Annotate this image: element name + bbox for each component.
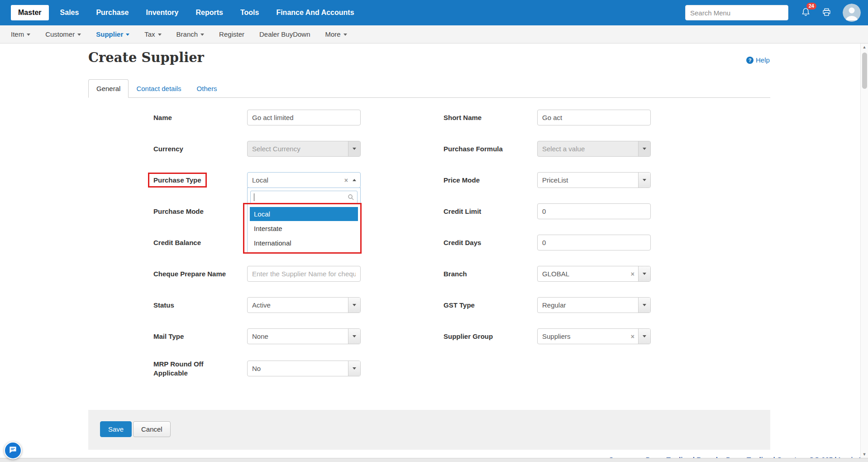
topnav-item-reports[interactable]: Reports (187, 9, 231, 17)
chevron-down-icon (638, 173, 650, 188)
mrp-round-off-label: MRP Round Off Applicable (153, 360, 228, 377)
purchase-type-options-list: Local Interstate International (248, 206, 360, 252)
chat-widget-button[interactable] (4, 442, 22, 459)
credit-limit-input[interactable] (537, 203, 651, 219)
chat-bubble-icon (9, 445, 17, 456)
form-row-mail-type: Mail Type None (153, 328, 366, 344)
credit-balance-label: Credit Balance (153, 238, 228, 247)
subnav-item-supplier[interactable]: Supplier (96, 30, 129, 38)
credit-days-input[interactable] (537, 235, 651, 250)
subnav-label: Register (219, 30, 244, 38)
subnav-label: Branch (176, 30, 198, 38)
subnav-label: Item (11, 30, 24, 38)
page-title: Create Supplier (88, 50, 204, 65)
currency-label: Currency (153, 144, 228, 154)
option-interstate[interactable]: Interstate (250, 221, 358, 236)
option-local[interactable]: Local (250, 207, 358, 221)
chevron-down-icon (638, 298, 650, 313)
currency-value: Select Currency (248, 145, 305, 153)
subnav-item-register[interactable]: Register (219, 30, 244, 38)
chevron-down-icon (638, 141, 650, 156)
supplier-tabs: General Contact details Others (88, 79, 770, 98)
scroll-down-arrow[interactable]: ▼ (861, 451, 868, 458)
form-column-right: Short Name Purchase Formula Select a val… (444, 110, 656, 360)
chevron-down-icon (77, 34, 81, 36)
form-row-gst-type: GST Type Regular (444, 297, 656, 313)
option-international[interactable]: International (250, 236, 358, 250)
purchase-type-multiselect[interactable]: Local × (247, 172, 361, 188)
form-column-left: Name Currency Select Currency Purchase T… (153, 110, 366, 393)
gst-type-select[interactable]: Regular (537, 297, 651, 313)
supplier-group-multiselect[interactable]: Suppliers × (537, 328, 651, 344)
name-label: Name (153, 113, 228, 122)
form-row-cheque-prepare-name: Cheque Prepare Name (153, 266, 366, 282)
purchase-formula-label: Purchase Formula (444, 144, 518, 154)
subnav-item-more[interactable]: More (325, 30, 347, 38)
form-action-bar: Save Cancel (88, 410, 770, 450)
notification-count-badge: 24 (806, 3, 816, 10)
purchase-type-field: Local × Local Interstate (247, 172, 361, 188)
scrollbar-thumb[interactable] (862, 53, 867, 89)
currency-select[interactable]: Select Currency (247, 141, 361, 157)
subnav-item-customer[interactable]: Customer (45, 30, 81, 38)
horizontal-scrollbar[interactable] (0, 458, 868, 462)
form-row-credit-days: Credit Days (444, 235, 656, 250)
subnav-label: Supplier (96, 30, 123, 38)
user-avatar[interactable] (843, 4, 861, 22)
remove-tag-icon[interactable]: × (627, 271, 638, 277)
cancel-button[interactable]: Cancel (133, 421, 171, 437)
purchase-type-label: Purchase Type (153, 176, 201, 184)
topnav-item-sales[interactable]: Sales (52, 9, 88, 17)
status-select[interactable]: Active (247, 297, 361, 313)
remove-tag-icon[interactable]: × (341, 177, 352, 183)
subnav-item-dealer-buydown[interactable]: Dealer BuyDown (259, 30, 310, 38)
subnav-item-item[interactable]: Item (11, 30, 30, 38)
price-mode-select[interactable]: PriceList (537, 172, 651, 188)
gst-type-value: Regular (538, 301, 571, 309)
topnav-item-finance-and-accounts[interactable]: Finance And Accounts (267, 9, 362, 17)
subnav-label: Tax (144, 30, 155, 38)
branch-multiselect[interactable]: GLOBAL × (537, 266, 651, 282)
credit-limit-label: Credit Limit (444, 207, 518, 216)
tab-contact-details[interactable]: Contact details (129, 80, 189, 97)
chevron-down-icon (348, 141, 360, 156)
short-name-input[interactable] (537, 110, 651, 125)
subnav-label: Dealer BuyDown (259, 30, 310, 38)
purchase-type-selected-tag: Local (248, 176, 273, 184)
topnav-item-inventory[interactable]: Inventory (137, 9, 187, 17)
subnav-item-branch[interactable]: Branch (176, 30, 205, 38)
form-row-branch: Branch GLOBAL × (444, 266, 656, 282)
form-row-purchase-type: Purchase Type Local × (153, 172, 366, 188)
mrp-round-off-value: No (248, 365, 265, 372)
price-mode-value: PriceList (538, 176, 573, 184)
status-value: Active (248, 301, 275, 309)
remove-tag-icon[interactable]: × (627, 333, 638, 340)
purchase-formula-select[interactable]: Select a value (537, 141, 651, 157)
mrp-round-off-select[interactable]: No (247, 361, 361, 376)
mail-type-select[interactable]: None (247, 328, 361, 344)
vertical-scrollbar[interactable]: ▲ ▼ (860, 43, 868, 458)
save-button[interactable]: Save (100, 421, 132, 437)
topnav-item-purchase[interactable]: Purchase (87, 9, 137, 17)
supplier-group-label: Supplier Group (444, 332, 518, 341)
subnav-label: Customer (45, 30, 75, 38)
tab-general[interactable]: General (88, 79, 129, 98)
topnav-item-master[interactable]: Master (11, 5, 49, 20)
branch-selected-tag: GLOBAL (538, 270, 574, 278)
mail-type-value: None (248, 332, 273, 340)
tab-others[interactable]: Others (189, 80, 225, 97)
dropdown-search-input[interactable] (250, 191, 358, 204)
chevron-down-icon (348, 298, 360, 313)
print-button[interactable] (821, 7, 832, 19)
printer-icon (821, 7, 832, 19)
topnav-item-tools[interactable]: Tools (232, 9, 267, 17)
gst-type-label: GST Type (444, 301, 518, 310)
subnav-item-tax[interactable]: Tax (144, 30, 161, 38)
help-link[interactable]: ? Help (746, 56, 770, 64)
cheque-prepare-name-input[interactable] (247, 266, 361, 282)
form-row-status: Status Active (153, 297, 366, 313)
notifications-button[interactable]: 24 (801, 7, 811, 19)
name-input[interactable] (247, 110, 361, 125)
search-menu-input[interactable] (685, 5, 788, 20)
scroll-up-arrow[interactable]: ▲ (861, 43, 868, 51)
